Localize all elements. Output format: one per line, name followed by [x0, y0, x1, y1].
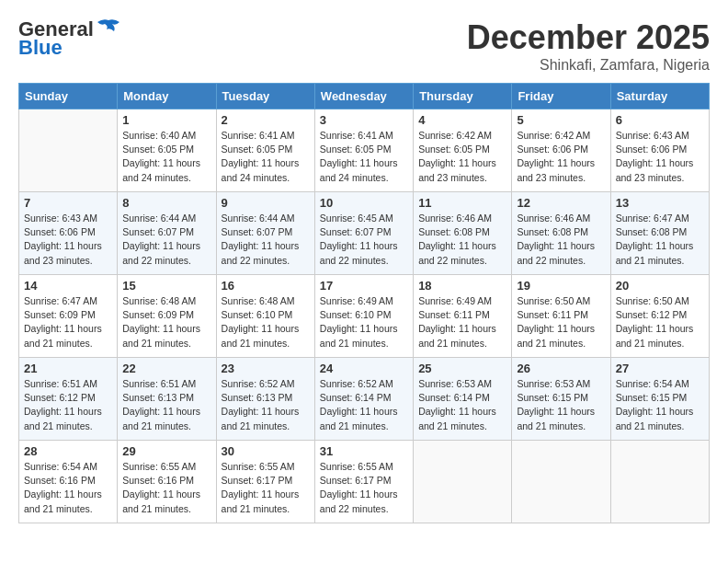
- day-number: 10: [320, 196, 408, 210]
- day-info: Sunrise: 6:41 AMSunset: 6:05 PMDaylight:…: [222, 129, 310, 185]
- day-info: Sunrise: 6:45 AMSunset: 6:07 PMDaylight:…: [320, 212, 408, 268]
- col-header-tuesday: Tuesday: [216, 84, 314, 109]
- day-number: 25: [418, 362, 506, 375]
- day-number: 20: [616, 279, 704, 293]
- calendar-cell: 2Sunrise: 6:41 AMSunset: 6:05 PMDaylight…: [216, 109, 314, 192]
- calendar-cell: 21Sunrise: 6:51 AMSunset: 6:12 PMDayligh…: [19, 358, 118, 441]
- calendar-cell: 11Sunrise: 6:46 AMSunset: 6:08 PMDayligh…: [414, 192, 512, 275]
- day-number: 18: [418, 279, 506, 293]
- day-info: Sunrise: 6:54 AMSunset: 6:16 PMDaylight:…: [24, 460, 112, 516]
- calendar-cell: [414, 441, 512, 523]
- calendar-cell: [610, 441, 709, 523]
- day-info: Sunrise: 6:51 AMSunset: 6:13 PMDaylight:…: [122, 377, 210, 433]
- day-info: Sunrise: 6:43 AMSunset: 6:06 PMDaylight:…: [24, 212, 112, 268]
- day-info: Sunrise: 6:42 AMSunset: 6:06 PMDaylight:…: [517, 129, 605, 185]
- day-info: Sunrise: 6:55 AMSunset: 6:16 PMDaylight:…: [122, 460, 210, 516]
- location-subtitle: Shinkafi, Zamfara, Nigeria: [467, 57, 710, 74]
- calendar-cell: 12Sunrise: 6:46 AMSunset: 6:08 PMDayligh…: [512, 192, 610, 275]
- day-info: Sunrise: 6:42 AMSunset: 6:05 PMDaylight:…: [418, 129, 506, 185]
- day-info: Sunrise: 6:43 AMSunset: 6:06 PMDaylight:…: [616, 129, 704, 185]
- day-number: 15: [122, 279, 210, 293]
- day-info: Sunrise: 6:52 AMSunset: 6:14 PMDaylight:…: [320, 377, 408, 433]
- logo-blue-text: Blue: [18, 37, 63, 59]
- calendar-cell: 15Sunrise: 6:48 AMSunset: 6:09 PMDayligh…: [118, 275, 216, 358]
- day-number: 31: [320, 444, 408, 458]
- calendar-cell: 30Sunrise: 6:55 AMSunset: 6:17 PMDayligh…: [216, 441, 314, 523]
- calendar-cell: 6Sunrise: 6:43 AMSunset: 6:06 PMDaylight…: [610, 109, 709, 192]
- calendar-cell: 20Sunrise: 6:50 AMSunset: 6:12 PMDayligh…: [610, 275, 709, 358]
- calendar-week-row: 21Sunrise: 6:51 AMSunset: 6:12 PMDayligh…: [19, 358, 710, 441]
- day-info: Sunrise: 6:53 AMSunset: 6:15 PMDaylight:…: [517, 377, 605, 433]
- calendar-cell: 31Sunrise: 6:55 AMSunset: 6:17 PMDayligh…: [314, 441, 413, 523]
- calendar-cell: 18Sunrise: 6:49 AMSunset: 6:11 PMDayligh…: [414, 275, 512, 358]
- day-info: Sunrise: 6:41 AMSunset: 6:05 PMDaylight:…: [320, 129, 408, 185]
- calendar-cell: 19Sunrise: 6:50 AMSunset: 6:11 PMDayligh…: [512, 275, 610, 358]
- calendar-week-row: 28Sunrise: 6:54 AMSunset: 6:16 PMDayligh…: [19, 441, 710, 523]
- calendar-cell: 9Sunrise: 6:44 AMSunset: 6:07 PMDaylight…: [216, 192, 314, 275]
- day-info: Sunrise: 6:55 AMSunset: 6:17 PMDaylight:…: [320, 460, 408, 516]
- day-info: Sunrise: 6:49 AMSunset: 6:11 PMDaylight:…: [418, 294, 506, 350]
- calendar-cell: 16Sunrise: 6:48 AMSunset: 6:10 PMDayligh…: [216, 275, 314, 358]
- day-number: 6: [616, 113, 704, 127]
- calendar-cell: 23Sunrise: 6:52 AMSunset: 6:13 PMDayligh…: [216, 358, 314, 441]
- page-header: General Blue December 2025 Shinkafi, Zam…: [18, 18, 710, 74]
- calendar-week-row: 14Sunrise: 6:47 AMSunset: 6:09 PMDayligh…: [19, 275, 710, 358]
- day-info: Sunrise: 6:51 AMSunset: 6:12 PMDaylight:…: [24, 377, 112, 433]
- calendar-cell: 4Sunrise: 6:42 AMSunset: 6:05 PMDaylight…: [414, 109, 512, 192]
- day-number: 1: [122, 113, 210, 127]
- day-number: 11: [418, 196, 506, 210]
- day-number: 5: [517, 113, 605, 127]
- day-number: 28: [24, 444, 112, 458]
- day-info: Sunrise: 6:54 AMSunset: 6:15 PMDaylight:…: [616, 377, 704, 433]
- calendar-header-row: SundayMondayTuesdayWednesdayThursdayFrid…: [19, 84, 710, 109]
- day-number: 21: [24, 362, 112, 375]
- day-number: 14: [24, 279, 112, 293]
- calendar-week-row: 1Sunrise: 6:40 AMSunset: 6:05 PMDaylight…: [19, 109, 710, 192]
- calendar-cell: 10Sunrise: 6:45 AMSunset: 6:07 PMDayligh…: [314, 192, 413, 275]
- calendar-cell: 27Sunrise: 6:54 AMSunset: 6:15 PMDayligh…: [610, 358, 709, 441]
- logo-bird-icon: [96, 18, 121, 39]
- day-number: 26: [517, 362, 605, 375]
- day-info: Sunrise: 6:48 AMSunset: 6:10 PMDaylight:…: [222, 294, 310, 350]
- calendar-table: SundayMondayTuesdayWednesdayThursdayFrid…: [18, 83, 710, 523]
- calendar-cell: [512, 441, 610, 523]
- col-header-saturday: Saturday: [610, 84, 709, 109]
- calendar-cell: 26Sunrise: 6:53 AMSunset: 6:15 PMDayligh…: [512, 358, 610, 441]
- calendar-cell: 1Sunrise: 6:40 AMSunset: 6:05 PMDaylight…: [118, 109, 216, 192]
- day-number: 4: [418, 113, 506, 127]
- calendar-cell: 14Sunrise: 6:47 AMSunset: 6:09 PMDayligh…: [19, 275, 118, 358]
- day-info: Sunrise: 6:50 AMSunset: 6:11 PMDaylight:…: [517, 294, 605, 350]
- col-header-sunday: Sunday: [19, 84, 118, 109]
- day-info: Sunrise: 6:53 AMSunset: 6:14 PMDaylight:…: [418, 377, 506, 433]
- title-block: December 2025 Shinkafi, Zamfara, Nigeria: [467, 18, 710, 74]
- day-info: Sunrise: 6:44 AMSunset: 6:07 PMDaylight:…: [222, 212, 310, 268]
- day-number: 22: [122, 362, 210, 375]
- day-number: 12: [517, 196, 605, 210]
- calendar-cell: 7Sunrise: 6:43 AMSunset: 6:06 PMDaylight…: [19, 192, 118, 275]
- day-number: 19: [517, 279, 605, 293]
- calendar-cell: 25Sunrise: 6:53 AMSunset: 6:14 PMDayligh…: [414, 358, 512, 441]
- calendar-cell: 13Sunrise: 6:47 AMSunset: 6:08 PMDayligh…: [610, 192, 709, 275]
- day-number: 8: [122, 196, 210, 210]
- day-number: 23: [222, 362, 310, 375]
- day-number: 2: [222, 113, 310, 127]
- month-title: December 2025: [467, 18, 710, 57]
- day-number: 3: [320, 113, 408, 127]
- calendar-cell: 28Sunrise: 6:54 AMSunset: 6:16 PMDayligh…: [19, 441, 118, 523]
- day-number: 16: [222, 279, 310, 293]
- calendar-cell: 29Sunrise: 6:55 AMSunset: 6:16 PMDayligh…: [118, 441, 216, 523]
- day-number: 13: [616, 196, 704, 210]
- col-header-wednesday: Wednesday: [314, 84, 413, 109]
- col-header-friday: Friday: [512, 84, 610, 109]
- calendar-cell: 24Sunrise: 6:52 AMSunset: 6:14 PMDayligh…: [314, 358, 413, 441]
- calendar-cell: 22Sunrise: 6:51 AMSunset: 6:13 PMDayligh…: [118, 358, 216, 441]
- day-info: Sunrise: 6:48 AMSunset: 6:09 PMDaylight:…: [122, 294, 210, 350]
- day-info: Sunrise: 6:47 AMSunset: 6:09 PMDaylight:…: [24, 294, 112, 350]
- day-info: Sunrise: 6:52 AMSunset: 6:13 PMDaylight:…: [222, 377, 310, 433]
- day-info: Sunrise: 6:44 AMSunset: 6:07 PMDaylight:…: [122, 212, 210, 268]
- day-info: Sunrise: 6:49 AMSunset: 6:10 PMDaylight:…: [320, 294, 408, 350]
- day-number: 9: [222, 196, 310, 210]
- calendar-week-row: 7Sunrise: 6:43 AMSunset: 6:06 PMDaylight…: [19, 192, 710, 275]
- day-info: Sunrise: 6:50 AMSunset: 6:12 PMDaylight:…: [616, 294, 704, 350]
- day-info: Sunrise: 6:55 AMSunset: 6:17 PMDaylight:…: [222, 460, 310, 516]
